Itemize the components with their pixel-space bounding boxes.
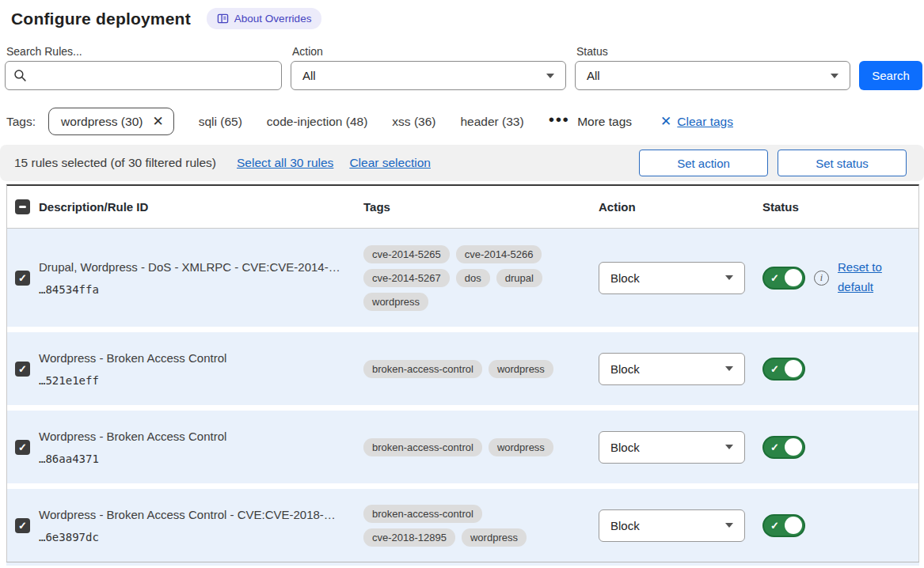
status-filter-value: All (587, 69, 600, 82)
table-header-row: Description/Rule ID Tags Action Status (7, 186, 918, 229)
toggle-knob (785, 360, 802, 377)
search-input[interactable] (33, 69, 273, 82)
search-rules-label: Search Rules... (6, 45, 282, 58)
column-header-action: Action (599, 200, 762, 214)
row-action-value: Block (610, 271, 640, 285)
row-action-select[interactable]: Block (599, 262, 745, 294)
page-title: Configure deployment (11, 9, 191, 28)
row-action-value: Block (610, 519, 640, 532)
status-toggle[interactable]: ✓ (762, 358, 805, 381)
toggle-knob (785, 269, 802, 286)
tag-pill: wordpress (489, 438, 553, 456)
tag-filter-sqli[interactable]: sqli (65) (199, 115, 242, 129)
check-icon: ✓ (18, 521, 27, 531)
row-status-cell: ✓ i (762, 436, 918, 459)
row-action-select[interactable]: Block (599, 353, 745, 385)
tag-pill: broken-access-control (363, 505, 482, 523)
row-checkbox[interactable]: ✓ (15, 518, 30, 533)
row-action-cell: Block (599, 509, 762, 542)
status-filter-select[interactable]: All (575, 61, 850, 90)
row-status-cell: ✓ i Reset to default (762, 258, 918, 297)
tag-pill: wordpress (462, 528, 527, 547)
row-action-cell: Block (599, 262, 762, 294)
row-rule-id: …6e3897dc (39, 531, 363, 543)
clear-icon: ✕ (660, 113, 671, 130)
action-filter-value: All (302, 69, 316, 82)
row-description: Wordpress - Broken Access Control (39, 430, 363, 443)
row-checkbox[interactable]: ✓ (15, 271, 30, 286)
table-row: ✓ Wordpress - Broken Access Control …86a… (7, 411, 918, 483)
search-input-box[interactable] (5, 61, 282, 90)
tag-filter-xss[interactable]: xss (36) (392, 115, 435, 129)
more-tags-label: More tags (577, 115, 632, 129)
tag-pill: cve-2014-5265 (363, 245, 450, 263)
set-status-button[interactable]: Set status (778, 150, 907, 176)
tag-pill: cve-2014-5267 (363, 269, 450, 287)
row-checkbox-cell: ✓ (7, 362, 39, 377)
row-description: Wordpress - Broken Access Control (39, 351, 363, 365)
row-checkbox[interactable]: ✓ (15, 440, 30, 455)
clear-selection-link[interactable]: Clear selection (349, 156, 431, 170)
row-rule-id: …86aa4371 (39, 453, 363, 465)
row-tags-cell: cve-2014-5265cve-2014-5266cve-2014-5267d… (363, 245, 599, 311)
tag-pill: drupal (496, 269, 542, 287)
tag-pill: cve-2018-12895 (363, 528, 455, 547)
status-toggle[interactable]: ✓ (762, 514, 805, 537)
tag-pill: cve-2014-5266 (456, 245, 542, 263)
column-header-status: Status (762, 200, 918, 214)
action-filter-select[interactable]: All (291, 61, 566, 90)
row-tags: broken-access-controlwordpress (363, 360, 563, 378)
row-action-select[interactable]: Block (599, 431, 745, 464)
tag-filter-header[interactable]: header (33) (460, 115, 523, 129)
row-status-cell: ✓ i (762, 358, 918, 381)
action-filter-group: Action All (291, 45, 566, 90)
row-tags: cve-2014-5265cve-2014-5266cve-2014-5267d… (363, 245, 563, 311)
row-tags-cell: broken-access-controlwordpress (363, 360, 599, 378)
table-row: ✓ Wordpress - Broken Access Control …521… (7, 332, 918, 405)
status-filter-label: Status (576, 45, 850, 58)
rules-table-body: ✓ Drupal, Wordpress - DoS - XMLRPC - CVE… (7, 229, 918, 562)
row-action-select[interactable]: Block (599, 509, 745, 542)
row-tags-cell: broken-access-controlcve-2018-12895wordp… (363, 505, 599, 547)
chevron-down-icon (546, 74, 554, 78)
row-checkbox-cell: ✓ (7, 440, 39, 455)
row-description-cell: Wordpress - Broken Access Control …86aa4… (39, 430, 363, 465)
tag-pill: wordpress (363, 293, 428, 311)
select-all-checkbox[interactable] (15, 199, 30, 214)
search-button[interactable]: Search (859, 61, 922, 90)
check-icon: ✓ (770, 520, 779, 532)
row-checkbox-cell: ✓ (7, 518, 39, 533)
header-checkbox-cell (7, 199, 39, 214)
bulk-actions: Set action Set status (639, 150, 907, 176)
check-icon: ✓ (18, 273, 27, 283)
remove-tag-icon[interactable]: ✕ (152, 113, 163, 130)
tag-pill: broken-access-control (363, 360, 482, 378)
chevron-down-icon (725, 275, 733, 280)
row-checkbox[interactable]: ✓ (15, 362, 30, 377)
next-row-sliver (6, 562, 919, 566)
info-icon[interactable]: i (814, 271, 829, 286)
selection-summary: 15 rules selected (of 30 filtered rules) (14, 156, 216, 170)
search-rules-group: Search Rules... (5, 45, 282, 90)
row-action-value: Block (610, 441, 640, 454)
ellipsis-icon: ●●● (549, 113, 570, 125)
page-header: Configure deployment About Overrides (0, 0, 924, 29)
tags-bar: Tags: wordpress (30) ✕ sqli (65) code-in… (6, 108, 924, 135)
selected-tag-chip-wordpress[interactable]: wordpress (30) ✕ (48, 108, 174, 135)
status-toggle[interactable]: ✓ (762, 436, 805, 459)
clear-tags-link[interactable]: ✕ Clear tags (660, 113, 733, 130)
column-header-description: Description/Rule ID (39, 200, 363, 214)
more-tags-button[interactable]: ●●● More tags (549, 115, 632, 129)
set-action-button[interactable]: Set action (639, 150, 768, 176)
reset-group: i Reset to default (814, 258, 890, 297)
status-toggle[interactable]: ✓ (762, 267, 805, 290)
filters-row: Search Rules... Action All Status All Se… (5, 45, 922, 90)
row-action-value: Block (610, 362, 640, 376)
tag-filter-code-injection[interactable]: code-injection (48) (267, 115, 368, 129)
check-icon: ✓ (770, 363, 779, 375)
reset-to-default-link[interactable]: Reset to default (838, 258, 890, 297)
select-all-link[interactable]: Select all 30 rules (237, 156, 333, 170)
rules-table: Description/Rule ID Tags Action Status ✓… (6, 184, 919, 562)
about-overrides-badge[interactable]: About Overrides (207, 8, 322, 29)
check-icon: ✓ (18, 364, 27, 374)
